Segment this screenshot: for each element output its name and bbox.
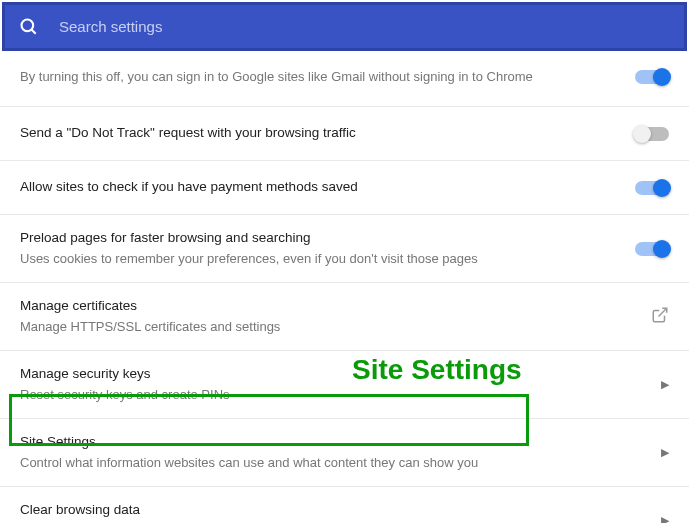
svg-line-1: [32, 29, 36, 33]
setting-site-settings-row[interactable]: Site Settings Control what information w…: [0, 419, 689, 487]
setting-clear-data-row[interactable]: Clear browsing data Clear history, cooki…: [0, 487, 689, 523]
setting-text: Manage certificates Manage HTTPS/SSL cer…: [20, 297, 651, 336]
setting-title: Manage security keys: [20, 365, 631, 384]
toggle-knob: [633, 125, 651, 143]
setting-text: Allow sites to check if you have payment…: [20, 178, 635, 197]
search-bar[interactable]: [2, 2, 687, 51]
setting-title: Site Settings: [20, 433, 631, 452]
setting-title: Allow sites to check if you have payment…: [20, 178, 605, 197]
setting-desc: Reset security keys and create PINs: [20, 386, 631, 404]
chevron-right-icon: ▶: [661, 446, 669, 459]
setting-signin-row[interactable]: By turning this off, you can sign in to …: [0, 53, 689, 107]
setting-certificates-row[interactable]: Manage certificates Manage HTTPS/SSL cer…: [0, 283, 689, 351]
setting-control: [635, 242, 669, 256]
settings-list: By turning this off, you can sign in to …: [0, 53, 689, 523]
dnt-toggle[interactable]: [635, 127, 669, 141]
setting-control: [651, 306, 669, 328]
setting-text: Preload pages for faster browsing and se…: [20, 229, 635, 268]
setting-control: [635, 70, 669, 84]
toggle-knob: [653, 179, 671, 197]
setting-control: ▶: [661, 446, 669, 459]
setting-control: ▶: [661, 378, 669, 391]
preload-toggle[interactable]: [635, 242, 669, 256]
payment-toggle[interactable]: [635, 181, 669, 195]
setting-text: Clear browsing data Clear history, cooki…: [20, 501, 661, 523]
external-link-icon: [651, 306, 669, 328]
setting-title: Manage certificates: [20, 297, 621, 316]
svg-point-0: [22, 19, 34, 31]
setting-preload-row[interactable]: Preload pages for faster browsing and se…: [0, 215, 689, 283]
signin-toggle[interactable]: [635, 70, 669, 84]
setting-desc: Uses cookies to remember your preference…: [20, 250, 605, 268]
setting-control: [635, 127, 669, 141]
toggle-knob: [653, 240, 671, 258]
setting-title: Send a "Do Not Track" request with your …: [20, 124, 605, 143]
chevron-right-icon: ▶: [661, 514, 669, 523]
setting-title: Preload pages for faster browsing and se…: [20, 229, 605, 248]
search-icon: [19, 17, 39, 37]
svg-line-2: [659, 308, 667, 316]
setting-desc: Control what information websites can us…: [20, 454, 631, 472]
setting-text: Manage security keys Reset security keys…: [20, 365, 661, 404]
setting-dnt-row[interactable]: Send a "Do Not Track" request with your …: [0, 107, 689, 161]
setting-text: Site Settings Control what information w…: [20, 433, 661, 472]
setting-title: Clear browsing data: [20, 501, 631, 520]
setting-text: Send a "Do Not Track" request with your …: [20, 124, 635, 143]
setting-security-keys-row[interactable]: Manage security keys Reset security keys…: [0, 351, 689, 419]
setting-control: [635, 181, 669, 195]
setting-control: ▶: [661, 514, 669, 523]
setting-desc: By turning this off, you can sign in to …: [20, 68, 605, 86]
chevron-right-icon: ▶: [661, 378, 669, 391]
setting-payment-row[interactable]: Allow sites to check if you have payment…: [0, 161, 689, 215]
setting-desc: Manage HTTPS/SSL certificates and settin…: [20, 318, 621, 336]
toggle-knob: [653, 68, 671, 86]
search-input[interactable]: [59, 18, 670, 35]
setting-text: By turning this off, you can sign in to …: [20, 66, 635, 86]
